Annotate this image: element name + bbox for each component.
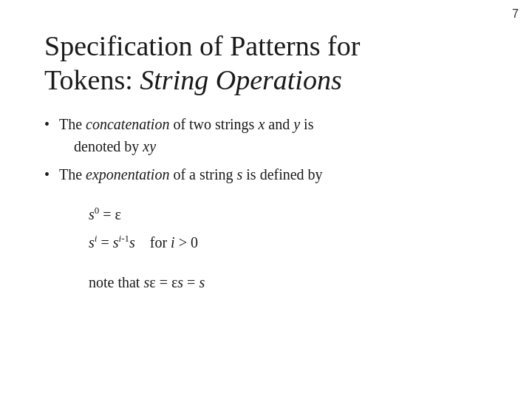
title-line2-italic: String Operations [140,64,341,95]
math-line2: si = si-1s for i > 0 [89,228,488,256]
bullet2-text-before: The [59,166,86,183]
math-block: s0 = ε si = si-1s for i > 0 [89,200,488,256]
slide-title: Specification of Patterns for Tokens: St… [44,30,488,97]
bullet-item-1: The concatenation of two strings x and y… [44,113,488,157]
title-line2-plain: Tokens: [44,64,140,95]
bullet2-italic: exponentation [86,166,169,183]
note-text-prefix: note that sε = εs = s [89,274,205,290]
bullet1-italic: concatenation [86,116,169,132]
bullet2-text-after: of a string [169,166,236,183]
bullet1-xy: xy [143,138,156,154]
note-line: note that sε = εs = s [89,271,488,293]
bullet-list: The concatenation of two strings x and y… [44,113,488,185]
slide-container: 7 Specification of Patterns for Tokens: … [0,0,532,399]
bullet1-and: and [265,116,293,132]
slide-number: 7 [512,7,519,21]
bullet1-y: y [293,116,300,132]
bullet1-x: x [258,116,265,132]
title-line1: Specification of Patterns for [44,30,360,61]
math-line1: s0 = ε [89,200,488,228]
bullet1-text-after: of two strings [169,116,258,132]
bullet2-text-end: is defined by [242,166,322,183]
bullet-item-2: The exponentation of a string s is defin… [44,163,488,185]
bullet1-text-before: The [59,116,86,132]
